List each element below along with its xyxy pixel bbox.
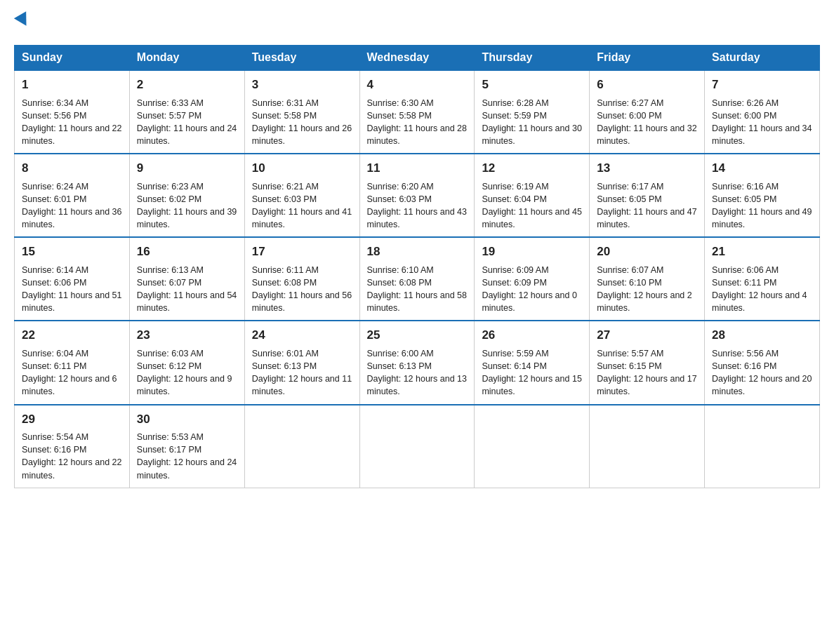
day-info: Sunrise: 6:34 AMSunset: 5:56 PMDaylight:… xyxy=(22,97,122,148)
day-info: Sunrise: 6:03 AMSunset: 6:12 PMDaylight:… xyxy=(137,347,237,398)
day-info: Sunrise: 6:23 AMSunset: 6:02 PMDaylight:… xyxy=(137,180,237,232)
day-number: 3 xyxy=(252,76,352,94)
day-number: 25 xyxy=(367,327,468,344)
day-info: Sunrise: 5:54 AMSunset: 6:16 PMDaylight:… xyxy=(22,431,122,482)
day-number: 2 xyxy=(137,76,237,94)
day-number: 1 xyxy=(22,76,122,94)
day-info: Sunrise: 6:20 AMSunset: 6:03 PMDaylight:… xyxy=(367,180,468,232)
day-info: Sunrise: 6:14 AMSunset: 6:06 PMDaylight:… xyxy=(22,264,122,315)
day-info: Sunrise: 6:09 AMSunset: 6:09 PMDaylight:… xyxy=(482,264,582,315)
day-number: 23 xyxy=(137,327,237,344)
day-number: 11 xyxy=(367,160,468,177)
day-number: 6 xyxy=(597,76,697,94)
day-number: 5 xyxy=(482,76,582,94)
day-number: 9 xyxy=(137,160,237,177)
calendar-header-row: SundayMondayTuesdayWednesdayThursdayFrid… xyxy=(15,46,820,71)
day-number: 7 xyxy=(712,76,812,94)
day-number: 18 xyxy=(367,243,468,261)
calendar-cell: 30Sunrise: 5:53 AMSunset: 6:17 PMDayligh… xyxy=(129,405,244,488)
day-info: Sunrise: 6:31 AMSunset: 5:58 PMDaylight:… xyxy=(252,97,352,148)
day-info: Sunrise: 5:59 AMSunset: 6:14 PMDaylight:… xyxy=(482,347,582,398)
column-header-saturday: Saturday xyxy=(705,46,820,71)
calendar-cell xyxy=(475,405,590,488)
day-info: Sunrise: 6:16 AMSunset: 6:05 PMDaylight:… xyxy=(712,180,812,232)
calendar-cell: 16Sunrise: 6:13 AMSunset: 6:07 PMDayligh… xyxy=(129,237,244,321)
day-info: Sunrise: 6:27 AMSunset: 6:00 PMDaylight:… xyxy=(597,97,697,148)
day-number: 22 xyxy=(22,327,122,344)
calendar-cell xyxy=(705,405,820,488)
day-info: Sunrise: 6:33 AMSunset: 5:57 PMDaylight:… xyxy=(137,97,237,148)
day-number: 13 xyxy=(597,160,697,177)
day-number: 19 xyxy=(482,243,582,261)
day-info: Sunrise: 6:11 AMSunset: 6:08 PMDaylight:… xyxy=(252,264,352,315)
day-info: Sunrise: 5:56 AMSunset: 6:16 PMDaylight:… xyxy=(712,347,812,398)
calendar-cell: 26Sunrise: 5:59 AMSunset: 6:14 PMDayligh… xyxy=(475,321,590,404)
calendar-table: SundayMondayTuesdayWednesdayThursdayFrid… xyxy=(14,45,820,488)
calendar-week-4: 22Sunrise: 6:04 AMSunset: 6:11 PMDayligh… xyxy=(15,321,820,404)
column-header-friday: Friday xyxy=(590,46,705,71)
day-info: Sunrise: 6:00 AMSunset: 6:13 PMDaylight:… xyxy=(367,347,468,398)
calendar-cell xyxy=(359,405,475,488)
calendar-cell: 22Sunrise: 6:04 AMSunset: 6:11 PMDayligh… xyxy=(15,321,130,404)
calendar-cell: 11Sunrise: 6:20 AMSunset: 6:03 PMDayligh… xyxy=(359,154,475,237)
column-header-sunday: Sunday xyxy=(15,46,130,71)
page-header xyxy=(14,14,820,32)
day-info: Sunrise: 6:17 AMSunset: 6:05 PMDaylight:… xyxy=(597,180,697,232)
calendar-cell: 2Sunrise: 6:33 AMSunset: 5:57 PMDaylight… xyxy=(129,70,244,154)
calendar-cell xyxy=(244,405,359,488)
column-header-tuesday: Tuesday xyxy=(244,46,359,71)
day-number: 28 xyxy=(712,327,812,344)
day-number: 29 xyxy=(22,411,122,429)
day-info: Sunrise: 6:01 AMSunset: 6:13 PMDaylight:… xyxy=(252,347,352,398)
day-number: 8 xyxy=(22,160,122,177)
calendar-cell: 1Sunrise: 6:34 AMSunset: 5:56 PMDaylight… xyxy=(15,70,130,154)
day-info: Sunrise: 6:30 AMSunset: 5:58 PMDaylight:… xyxy=(367,97,468,148)
column-header-monday: Monday xyxy=(129,46,244,71)
calendar-cell: 9Sunrise: 6:23 AMSunset: 6:02 PMDaylight… xyxy=(129,154,244,237)
calendar-cell: 19Sunrise: 6:09 AMSunset: 6:09 PMDayligh… xyxy=(475,237,590,321)
calendar-cell: 6Sunrise: 6:27 AMSunset: 6:00 PMDaylight… xyxy=(590,70,705,154)
calendar-cell: 27Sunrise: 5:57 AMSunset: 6:15 PMDayligh… xyxy=(590,321,705,404)
calendar-cell: 7Sunrise: 6:26 AMSunset: 6:00 PMDaylight… xyxy=(705,70,820,154)
day-number: 20 xyxy=(597,243,697,261)
day-info: Sunrise: 6:19 AMSunset: 6:04 PMDaylight:… xyxy=(482,180,582,232)
calendar-week-1: 1Sunrise: 6:34 AMSunset: 5:56 PMDaylight… xyxy=(15,70,820,154)
calendar-cell: 3Sunrise: 6:31 AMSunset: 5:58 PMDaylight… xyxy=(244,70,359,154)
calendar-cell: 20Sunrise: 6:07 AMSunset: 6:10 PMDayligh… xyxy=(590,237,705,321)
column-header-wednesday: Wednesday xyxy=(359,46,475,71)
calendar-cell: 18Sunrise: 6:10 AMSunset: 6:08 PMDayligh… xyxy=(359,237,475,321)
calendar-cell: 8Sunrise: 6:24 AMSunset: 6:01 PMDaylight… xyxy=(15,154,130,237)
day-info: Sunrise: 6:07 AMSunset: 6:10 PMDaylight:… xyxy=(597,264,697,315)
calendar-cell: 24Sunrise: 6:01 AMSunset: 6:13 PMDayligh… xyxy=(244,321,359,404)
calendar-cell xyxy=(590,405,705,488)
calendar-cell: 4Sunrise: 6:30 AMSunset: 5:58 PMDaylight… xyxy=(359,70,475,154)
day-info: Sunrise: 6:13 AMSunset: 6:07 PMDaylight:… xyxy=(137,264,237,315)
calendar-cell: 28Sunrise: 5:56 AMSunset: 6:16 PMDayligh… xyxy=(705,321,820,404)
day-number: 4 xyxy=(367,76,468,94)
calendar-cell: 15Sunrise: 6:14 AMSunset: 6:06 PMDayligh… xyxy=(15,237,130,321)
calendar-cell: 12Sunrise: 6:19 AMSunset: 6:04 PMDayligh… xyxy=(475,154,590,237)
calendar-week-2: 8Sunrise: 6:24 AMSunset: 6:01 PMDaylight… xyxy=(15,154,820,237)
day-number: 24 xyxy=(252,327,352,344)
day-number: 26 xyxy=(482,327,582,344)
day-info: Sunrise: 6:28 AMSunset: 5:59 PMDaylight:… xyxy=(482,97,582,148)
day-number: 12 xyxy=(482,160,582,177)
calendar-cell: 17Sunrise: 6:11 AMSunset: 6:08 PMDayligh… xyxy=(244,237,359,321)
day-number: 15 xyxy=(22,243,122,261)
calendar-cell: 25Sunrise: 6:00 AMSunset: 6:13 PMDayligh… xyxy=(359,321,475,404)
column-header-thursday: Thursday xyxy=(475,46,590,71)
day-number: 10 xyxy=(252,160,352,177)
calendar-cell: 29Sunrise: 5:54 AMSunset: 6:16 PMDayligh… xyxy=(15,405,130,488)
calendar-cell: 5Sunrise: 6:28 AMSunset: 5:59 PMDaylight… xyxy=(475,70,590,154)
day-number: 21 xyxy=(712,243,812,261)
calendar-cell: 23Sunrise: 6:03 AMSunset: 6:12 PMDayligh… xyxy=(129,321,244,404)
day-info: Sunrise: 6:04 AMSunset: 6:11 PMDaylight:… xyxy=(22,347,122,398)
calendar-cell: 13Sunrise: 6:17 AMSunset: 6:05 PMDayligh… xyxy=(590,154,705,237)
day-number: 16 xyxy=(137,243,237,261)
calendar-week-3: 15Sunrise: 6:14 AMSunset: 6:06 PMDayligh… xyxy=(15,237,820,321)
day-info: Sunrise: 6:26 AMSunset: 6:00 PMDaylight:… xyxy=(712,97,812,148)
calendar-cell: 14Sunrise: 6:16 AMSunset: 6:05 PMDayligh… xyxy=(705,154,820,237)
day-info: Sunrise: 6:10 AMSunset: 6:08 PMDaylight:… xyxy=(367,264,468,315)
day-number: 17 xyxy=(252,243,352,261)
day-info: Sunrise: 6:24 AMSunset: 6:01 PMDaylight:… xyxy=(22,180,122,232)
